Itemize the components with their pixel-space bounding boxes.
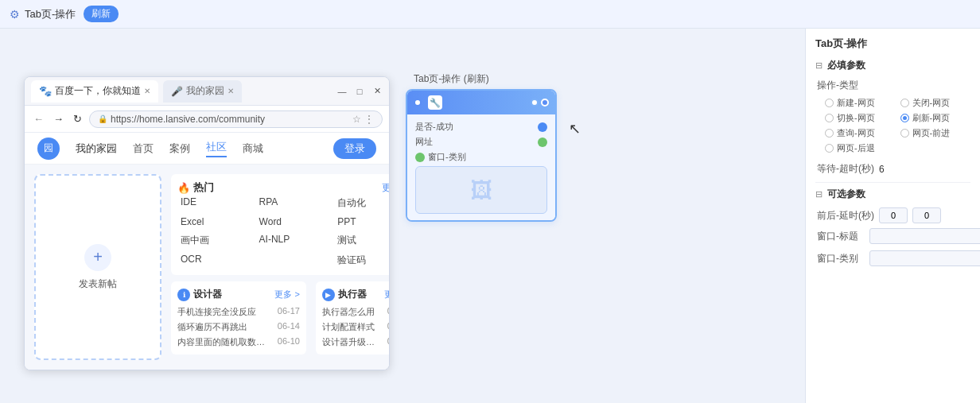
option-new-page[interactable]: 新建-网页 [825, 97, 896, 109]
address-box[interactable]: 🔒 https://home.lansive.com/community ☆ ⋮ [89, 110, 383, 128]
required-label: 必填参数 [827, 59, 865, 72]
page-title: Tab页-操作 [25, 7, 76, 21]
hot-more[interactable]: 更多 > [382, 181, 389, 195]
designer-item-1: 循环遍历不再跳出 06-14 [177, 321, 300, 333]
option-forward-page[interactable]: 网页-前进 [900, 127, 971, 139]
required-section[interactable]: ⊟ 必填参数 [815, 59, 970, 72]
tag-automation[interactable]: 自动化 [334, 195, 389, 211]
tag-ocr[interactable]: OCR [177, 252, 253, 269]
tag-excel[interactable]: Excel [177, 215, 253, 229]
window-type-row: 窗口-类别 ✏ [815, 250, 970, 266]
window-type-input[interactable] [869, 250, 980, 266]
lock-icon: 🔒 [98, 114, 107, 123]
option-back-page-label: 网页-后退 [837, 142, 875, 154]
option-switch-page-label: 切换-网页 [837, 112, 875, 124]
browser-titlebar: 🐾 百度一下，你就知道 ✕ 🎤 我的家园 ✕ — □ ✕ [25, 77, 389, 106]
more-icon: ⋮ [364, 114, 374, 125]
baidu-tab-close[interactable]: ✕ [144, 87, 150, 95]
tag-test[interactable]: 测试 [334, 232, 389, 249]
win-close[interactable]: ✕ [371, 86, 383, 97]
login-button[interactable]: 登录 [333, 138, 376, 159]
option-query-page[interactable]: 查询-网页 [825, 127, 896, 139]
node-port-right-2[interactable] [541, 99, 549, 107]
executor-item-title-1: 计划配置样式 [322, 321, 383, 333]
tag-empty [256, 252, 332, 269]
top-bar: ⚙ Tab页-操作 刷新 [0, 0, 980, 29]
tag-ai-nlp[interactable]: AI-NLP [256, 232, 332, 249]
radio-new-page[interactable] [825, 99, 834, 107]
executor-item-title-0: 执行器怎么用 [322, 306, 383, 318]
tag-rpa[interactable]: RPA [256, 195, 332, 211]
star-icon: ☆ [352, 114, 361, 125]
reload-button[interactable]: ↻ [71, 111, 84, 126]
executor-more[interactable]: 更多 > [384, 289, 389, 300]
url-label: 网址 [415, 136, 433, 148]
radio-query-page[interactable] [825, 129, 834, 138]
radio-back-page[interactable] [825, 144, 834, 153]
port-s-left[interactable] [415, 153, 425, 162]
port-b[interactable] [538, 122, 547, 132]
node-port-right-1[interactable] [531, 99, 539, 107]
browser-tab-home[interactable]: 🎤 我的家园 ✕ [163, 80, 242, 103]
designer-item-title-1: 循环遍历不再跳出 [177, 321, 273, 333]
optional-section[interactable]: ⊟ 可选参数 [815, 188, 970, 201]
option-close-page-label: 关闭-网页 [912, 97, 951, 109]
win-minimize[interactable]: — [336, 86, 348, 97]
brand-logo: 园 [37, 138, 60, 160]
radio-forward-page[interactable] [900, 129, 909, 138]
win-maximize[interactable]: □ [354, 86, 365, 97]
tag-ppt[interactable]: PPT [334, 215, 389, 229]
nav-home[interactable]: 首页 [133, 141, 154, 156]
designer-item-title-0: 手机连接完全没反应 [177, 306, 273, 318]
timeout-value: 6 [879, 164, 885, 175]
executor-panel: ▶ 执行器 更多 > 执行器怎么用 05-25 计划配置样式 [316, 281, 389, 355]
site-navbar: 园 我的家园 首页 案例 社区 商城 登录 [25, 133, 389, 165]
option-query-page-label: 查询-网页 [837, 127, 875, 139]
post-label: 发表新帖 [79, 277, 117, 291]
flow-node-container: Tab页-操作 (刷新) 🔧 是否-成功 [406, 72, 557, 222]
tag-pictureinpicture[interactable]: 画中画 [177, 232, 253, 249]
option-close-page[interactable]: 关闭-网页 [900, 97, 971, 109]
bottom-panels: ℹ 设计器 更多 > 手机连接完全没反应 06-17 循环遍历不再 [171, 281, 389, 355]
flow-node[interactable]: 🔧 是否-成功 网址 [406, 89, 557, 222]
option-back-page[interactable]: 网页-后退 [825, 142, 896, 154]
designer-item-2: 内容里面的随机取数的应用 06-10 [177, 336, 300, 348]
nav-case[interactable]: 案例 [169, 141, 190, 156]
back-button[interactable]: ← [31, 111, 46, 126]
executor-header: ▶ 执行器 更多 > [322, 288, 389, 301]
flow-node-port-row: 窗口-类别 [415, 151, 547, 163]
option-switch-page[interactable]: 切换-网页 [825, 112, 896, 124]
option-refresh-page[interactable]: 刷新-网页 [900, 112, 971, 124]
forward-button[interactable]: → [51, 111, 66, 126]
content-right: 🔥 热门 更多 > IDE RPA 自动化 Excel Word PPT 画中画 [171, 174, 389, 360]
designer-more[interactable]: 更多 > [274, 289, 299, 300]
designer-header: ℹ 设计器 更多 > [177, 288, 300, 301]
radio-refresh-page[interactable] [900, 114, 909, 122]
tag-word[interactable]: Word [256, 215, 332, 229]
node-port-left[interactable] [414, 99, 422, 107]
port-s[interactable] [538, 138, 547, 147]
designer-item-0: 手机连接完全没反应 06-17 [177, 306, 300, 318]
delay-input-1[interactable] [879, 207, 908, 223]
flow-node-label: Tab页-操作 (刷新) [406, 72, 557, 86]
option-refresh-page-label: 刷新-网页 [912, 112, 951, 124]
canvas-area: 🐾 百度一下，你就知道 ✕ 🎤 我的家园 ✕ — □ ✕ ← → [0, 29, 805, 403]
delay-row: 前后-延时(秒) [815, 207, 970, 223]
node-tool-icon: 🔧 [428, 95, 442, 110]
home-tab-close[interactable]: ✕ [228, 87, 234, 95]
designer-item-title-2: 内容里面的随机取数的应用 [177, 336, 273, 348]
right-panel: Tab页-操作 ⊟ 必填参数 操作-类型 新建-网页 关闭-网页 切换-网页 [805, 29, 980, 403]
designer-item-date-0: 06-17 [278, 306, 300, 318]
optional-collapse-icon: ⊟ [815, 189, 822, 200]
radio-close-page[interactable] [900, 99, 909, 107]
delay-input-2[interactable] [912, 207, 941, 223]
browser-tab-baidu[interactable]: 🐾 百度一下，你就知道 ✕ [31, 80, 158, 103]
nav-community[interactable]: 社区 [206, 140, 227, 157]
nav-shop[interactable]: 商城 [243, 141, 263, 156]
tag-captcha[interactable]: 验证码 [334, 252, 389, 269]
timeout-row: 等待-超时(秒) 6 [815, 162, 970, 176]
refresh-button[interactable]: 刷新 [84, 6, 119, 22]
radio-switch-page[interactable] [825, 114, 834, 122]
window-title-input[interactable] [869, 228, 980, 244]
tag-ide[interactable]: IDE [177, 195, 253, 211]
